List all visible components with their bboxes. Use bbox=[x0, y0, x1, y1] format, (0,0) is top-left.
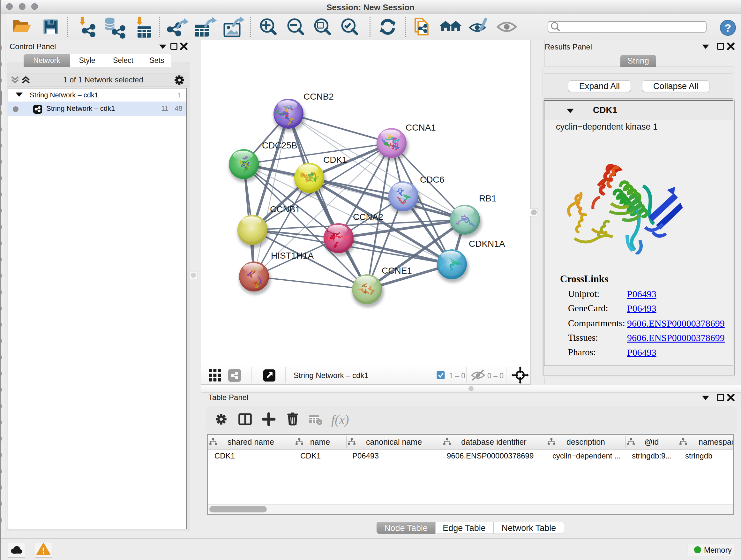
svg-text:CCNE1: CCNE1 bbox=[382, 266, 412, 275]
svg-text:CCNB1: CCNB1 bbox=[270, 204, 300, 214]
svg-text:CCNB2: CCNB2 bbox=[304, 91, 334, 102]
svg-text:CDC25B: CDC25B bbox=[262, 140, 297, 150]
svg-text:CCNA1: CCNA1 bbox=[406, 123, 436, 132]
svg-text:?: ? bbox=[725, 22, 731, 34]
svg-text:RB1: RB1 bbox=[479, 193, 496, 203]
svg-text:HIST1H1A: HIST1H1A bbox=[271, 251, 314, 260]
svg-text:CCNA2: CCNA2 bbox=[353, 212, 383, 222]
svg-text:CDK1: CDK1 bbox=[323, 155, 347, 165]
svg-text:CDC6: CDC6 bbox=[420, 175, 444, 185]
svg-text:CDKN1A: CDKN1A bbox=[469, 239, 505, 249]
